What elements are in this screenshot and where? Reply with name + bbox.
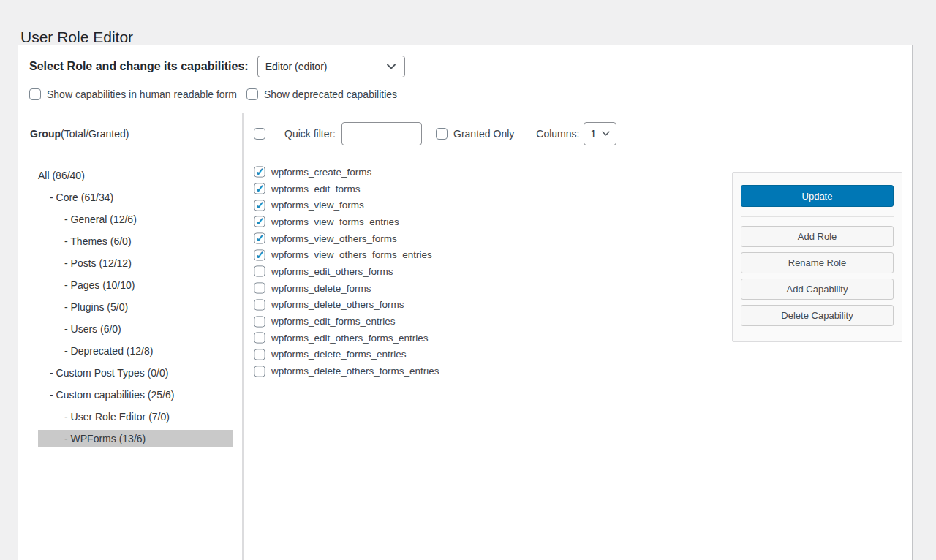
capability-name: wpforms_edit_forms <box>271 183 361 194</box>
capability-checkbox[interactable] <box>254 316 265 327</box>
columns-select-value: 1 <box>590 128 596 140</box>
capability-row: wpforms_edit_forms_entries <box>254 313 732 330</box>
quick-filter-label: Quick filter: <box>284 128 336 140</box>
capability-name: wpforms_edit_others_forms_entries <box>271 333 429 344</box>
group-tree-item[interactable]: - Plugins (5/0) <box>18 296 242 318</box>
columns-select[interactable]: 1 <box>584 122 616 145</box>
role-select-value: Editor (editor) <box>265 61 328 72</box>
capability-row: wpforms_view_forms <box>254 197 732 213</box>
group-tree-item[interactable]: - Core (61/34) <box>18 186 242 208</box>
human-readable-label: Show capabilities in human readable form <box>47 88 237 100</box>
group-tree-item[interactable]: - Pages (10/10) <box>18 274 242 296</box>
capability-row: wpforms_delete_forms <box>254 280 732 297</box>
capability-row: wpforms_view_others_forms <box>254 230 732 247</box>
capability-name: wpforms_edit_forms_entries <box>271 316 396 327</box>
capability-checkbox[interactable] <box>254 183 265 194</box>
groups-column: Group (Total/Granted) All (86/40)- Core … <box>18 113 242 560</box>
group-tree-item[interactable]: - Custom capabilities (25/6) <box>18 384 242 406</box>
capability-checkbox[interactable] <box>254 366 265 377</box>
human-readable-checkbox[interactable] <box>29 88 41 100</box>
capability-name: wpforms_delete_others_forms_entries <box>271 366 439 377</box>
capability-checkbox[interactable] <box>254 349 265 360</box>
granted-only-label: Granted Only <box>453 128 514 140</box>
groups-header-rest: (Total/Granted) <box>61 128 129 140</box>
capability-name: wpforms_view_others_forms <box>271 233 397 244</box>
group-tree-item[interactable]: - Custom Post Types (0/0) <box>18 362 242 384</box>
capability-checkbox[interactable] <box>254 232 265 243</box>
top-section: Select Role and change its capabilities:… <box>18 45 912 113</box>
add-role-button[interactable]: Add Role <box>741 226 894 247</box>
capability-row: wpforms_view_forms_entries <box>254 213 732 230</box>
capability-name: wpforms_delete_forms_entries <box>271 349 407 360</box>
rename-role-button[interactable]: Rename Role <box>741 252 894 273</box>
groups-header: Group (Total/Granted) <box>18 113 242 154</box>
capability-checkbox[interactable] <box>254 333 265 344</box>
capability-checkbox[interactable] <box>254 200 265 211</box>
capability-checkbox[interactable] <box>254 299 265 310</box>
capability-row: wpforms_delete_forms_entries <box>254 347 732 363</box>
granted-only-checkbox[interactable] <box>436 128 448 140</box>
select-all-checkbox[interactable] <box>254 128 265 140</box>
select-role-label: Select Role and change its capabilities: <box>29 60 249 73</box>
capability-list: wpforms_create_formswpforms_edit_formswp… <box>244 154 732 379</box>
capability-name: wpforms_view_forms <box>271 200 364 211</box>
group-tree: All (86/40)- Core (61/34)- General (12/6… <box>18 154 242 450</box>
capability-row: wpforms_edit_forms <box>254 181 732 197</box>
capabilities-column: Quick filter: Granted Only Columns: 1 wp… <box>242 113 912 560</box>
capability-name: wpforms_view_forms_entries <box>271 216 399 227</box>
group-tree-item[interactable]: - Deprecated (12/8) <box>18 340 242 362</box>
capability-name: wpforms_view_others_forms_entries <box>271 249 432 260</box>
page-title: User Role Editor <box>20 29 133 46</box>
group-tree-item[interactable]: - User Role Editor (7/0) <box>18 406 242 428</box>
capability-row: wpforms_edit_others_forms <box>254 263 732 280</box>
capability-checkbox[interactable] <box>254 167 265 178</box>
filter-bar: Quick filter: Granted Only Columns: 1 <box>244 113 912 154</box>
capability-name: wpforms_delete_forms <box>271 283 371 294</box>
group-tree-item-selected-label: - WPForms (13/6) <box>38 430 233 447</box>
capability-checkbox[interactable] <box>254 283 265 294</box>
columns-label: Columns: <box>536 128 579 140</box>
capability-row: wpforms_create_forms <box>254 164 732 181</box>
add-capability-button[interactable]: Add Capability <box>741 279 894 300</box>
capability-name: wpforms_delete_others_forms <box>271 299 404 310</box>
group-tree-item[interactable]: - Themes (6/0) <box>18 230 242 252</box>
chevron-down-icon <box>602 131 610 136</box>
group-tree-item[interactable]: - Users (6/0) <box>18 318 242 340</box>
capability-row: wpforms_delete_others_forms <box>254 297 732 314</box>
role-select[interactable]: Editor (editor) <box>257 56 405 77</box>
delete-capability-button[interactable]: Delete Capability <box>741 305 894 326</box>
capability-row: wpforms_view_others_forms_entries <box>254 246 732 263</box>
capability-checkbox[interactable] <box>254 216 265 227</box>
group-tree-item[interactable]: - General (12/6) <box>18 208 242 230</box>
groups-header-bold: Group <box>30 128 61 140</box>
update-button[interactable]: Update <box>741 185 894 207</box>
capability-checkbox[interactable] <box>254 266 265 277</box>
user-role-editor-panel: Select Role and change its capabilities:… <box>18 45 913 560</box>
capability-row: wpforms_delete_others_forms_entries <box>254 363 732 379</box>
capability-checkbox[interactable] <box>254 249 265 260</box>
deprecated-checkbox[interactable] <box>246 88 258 100</box>
panel-separator <box>741 216 894 217</box>
capability-name: wpforms_edit_others_forms <box>271 266 393 277</box>
actions-panel: Update Add Role Rename Role Add Capabili… <box>732 172 902 342</box>
chevron-down-icon <box>387 64 396 69</box>
capability-name: wpforms_create_forms <box>271 167 371 178</box>
group-tree-item[interactable]: - Posts (12/12) <box>18 252 242 274</box>
capability-row: wpforms_edit_others_forms_entries <box>254 330 732 347</box>
group-tree-item[interactable]: - WPForms (13/6) <box>18 428 242 450</box>
deprecated-label: Show deprecated capabilities <box>264 88 397 100</box>
group-tree-item[interactable]: All (86/40) <box>18 164 242 186</box>
quick-filter-input[interactable] <box>341 122 422 145</box>
